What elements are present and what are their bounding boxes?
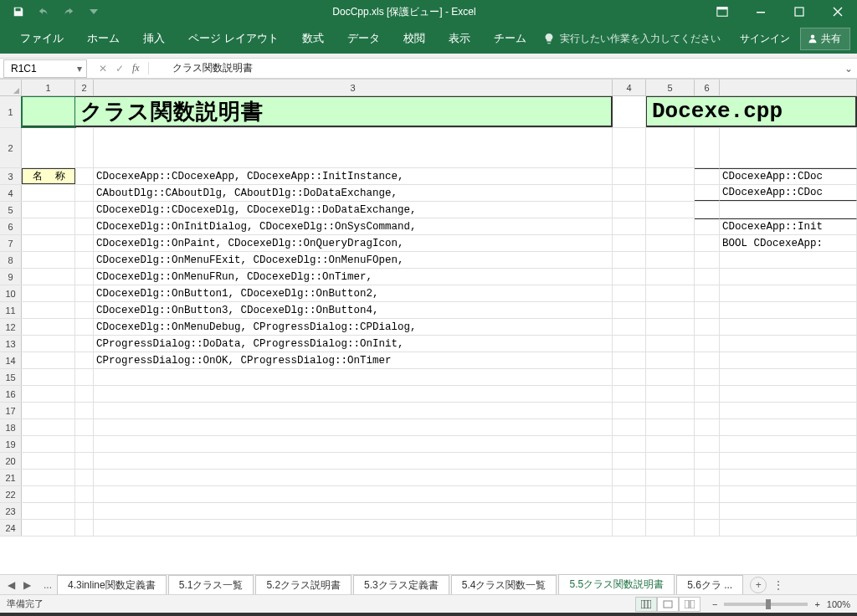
- col-header-4[interactable]: 4: [613, 80, 646, 95]
- row-14: 14 CProgressDialog::OnOK, CProgressDialo…: [0, 352, 857, 369]
- tab-team[interactable]: チーム: [482, 23, 538, 54]
- maximize-button[interactable]: [780, 0, 819, 23]
- row-6: 6 CDocexeDlg::OnInitDialog, CDocexeDlg::…: [0, 218, 857, 235]
- row-17: 17: [0, 403, 857, 419]
- sheet-tab-55[interactable]: 5.5クラス関数説明書: [558, 574, 675, 596]
- cell-r3c3[interactable]: CDocexeApp::CDocexeApp, CDocexeApp::Init…: [94, 168, 613, 184]
- tab-nav-prev-icon[interactable]: ◀: [5, 578, 18, 593]
- sheet-tab-43[interactable]: 4.3inline関数定義書: [57, 575, 167, 595]
- expand-formula-bar-button[interactable]: ⌄: [840, 63, 857, 74]
- cell-title-file[interactable]: Docexe.cpp: [646, 96, 857, 127]
- tab-overflow-button[interactable]: ...: [38, 579, 57, 591]
- sheet-tab-54[interactable]: 5.4クラス関数一覧: [451, 575, 557, 595]
- name-box-dropdown-icon[interactable]: ▾: [73, 63, 86, 74]
- row-10: 10 CDocexeDlg::OnButton1, CDocexeDlg::On…: [0, 285, 857, 302]
- fx-icon[interactable]: fx: [132, 62, 149, 74]
- row-16: 16: [0, 386, 857, 403]
- tab-view[interactable]: 表示: [437, 23, 482, 54]
- tab-strip-menu-button[interactable]: ⋮: [767, 579, 790, 591]
- view-pagelayout-button[interactable]: [657, 597, 679, 612]
- cell-title-main[interactable]: クラス関数説明書: [75, 96, 613, 127]
- select-all-button[interactable]: [0, 80, 22, 95]
- tab-data[interactable]: データ: [336, 23, 392, 54]
- signin-link[interactable]: サインイン: [730, 32, 800, 46]
- col-header-1[interactable]: 1: [22, 80, 75, 95]
- cell-r11c3[interactable]: CDocexeDlg::OnButton3, CDocexeDlg::OnBut…: [94, 302, 613, 318]
- cell-r13c3[interactable]: CProgressDialog::DoData, CProgressDialog…: [94, 336, 613, 352]
- tab-file[interactable]: ファイル: [8, 23, 75, 54]
- sheet-tab-53[interactable]: 5.3クラス定義書: [353, 575, 449, 595]
- cell-r10c3[interactable]: CDocexeDlg::OnButton1, CDocexeDlg::OnBut…: [94, 285, 613, 301]
- name-box[interactable]: R1C1 ▾: [3, 59, 87, 78]
- tab-formulas[interactable]: 数式: [290, 23, 336, 54]
- row-header-2[interactable]: 2: [0, 128, 22, 167]
- cell-r5c3[interactable]: CDocexeDlg::CDocexeDlg, CDocexeDlg::DoDa…: [94, 202, 613, 218]
- row-7: 7 CDocexeDlg::OnPaint, CDocexeDlg::OnQue…: [0, 235, 857, 252]
- zoom-slider[interactable]: [724, 603, 808, 606]
- save-button[interactable]: [7, 0, 30, 23]
- zoom-out-button[interactable]: −: [712, 599, 717, 609]
- cell-r4c7[interactable]: CDocexeApp::CDoc: [720, 185, 857, 201]
- close-button[interactable]: [819, 0, 857, 23]
- tab-nav-next-icon[interactable]: ▶: [21, 578, 33, 593]
- row-22: 22: [0, 486, 857, 503]
- row-5: 5 CDocexeDlg::CDocexeDlg, CDocexeDlg::Do…: [0, 202, 857, 218]
- row-header-3[interactable]: 3: [0, 168, 22, 184]
- tab-insert[interactable]: 挿入: [131, 23, 177, 54]
- cell-r1c4[interactable]: [613, 96, 646, 127]
- view-pagebreak-button[interactable]: [679, 597, 700, 612]
- cell-r14c3[interactable]: CProgressDialog::OnOK, CProgressDialog::…: [94, 352, 613, 368]
- row-11: 11 CDocexeDlg::OnButton3, CDocexeDlg::On…: [0, 302, 857, 319]
- status-bar: 準備完了 − + 100%: [0, 594, 857, 613]
- col-header-3[interactable]: 3: [94, 80, 613, 95]
- cancel-formula-icon[interactable]: ✕: [99, 63, 107, 74]
- cell-r6c7[interactable]: CDocexeApp::Init: [720, 218, 857, 234]
- minimize-button[interactable]: [742, 0, 780, 23]
- col-header-2[interactable]: 2: [75, 80, 94, 95]
- tab-pagelayout[interactable]: ページ レイアウト: [177, 23, 290, 54]
- col-header-5[interactable]: 5: [646, 80, 695, 95]
- window-shadow: [0, 613, 857, 616]
- cell-r12c3[interactable]: CDocexeDlg::OnMenuDebug, CProgressDialog…: [94, 319, 613, 335]
- zoom-level[interactable]: 100%: [827, 599, 850, 609]
- new-sheet-button[interactable]: +: [750, 577, 767, 593]
- row-4: 4 CAboutDlg::CAboutDlg, CAboutDlg::DoDat…: [0, 185, 857, 202]
- cell-r9c3[interactable]: CDocexeDlg::OnMenuFRun, CDocexeDlg::OnTi…: [94, 269, 613, 285]
- redo-button[interactable]: [57, 0, 80, 23]
- row-header-1[interactable]: 1: [0, 96, 22, 127]
- person-icon: [808, 33, 818, 44]
- cell-r6c3[interactable]: CDocexeDlg::OnInitDialog, CDocexeDlg::On…: [94, 218, 613, 234]
- cell-r4c3[interactable]: CAboutDlg::CAboutDlg, CAboutDlg::DoDataE…: [94, 185, 613, 201]
- formula-input[interactable]: クラス関数説明書: [161, 61, 840, 75]
- tab-review[interactable]: 校閲: [392, 23, 437, 54]
- sheet-tab-51[interactable]: 5.1クラス一覧: [168, 575, 254, 595]
- row-9: 9 CDocexeDlg::OnMenuFRun, CDocexeDlg::On…: [0, 269, 857, 285]
- tell-me-search[interactable]: 実行したい作業を入力してください: [543, 32, 721, 46]
- share-button[interactable]: 共有: [800, 28, 850, 50]
- cell-r8c3[interactable]: CDocexeDlg::OnMenuFExit, CDocexeDlg::OnM…: [94, 252, 613, 268]
- sheet-tab-52[interactable]: 5.2クラス説明書: [255, 575, 352, 595]
- ribbon-display-options-button[interactable]: [703, 0, 742, 23]
- cell-r7c7[interactable]: BOOL CDocexeApp:: [720, 235, 857, 251]
- col-header-6[interactable]: 6: [695, 80, 720, 95]
- row-23: 23: [0, 503, 857, 520]
- tab-home[interactable]: ホーム: [75, 23, 131, 54]
- undo-button[interactable]: [32, 0, 55, 23]
- cell-r3c7[interactable]: CDocexeApp::CDoc: [720, 168, 857, 184]
- grid-body[interactable]: 1 クラス関数説明書 Docexe.cpp 2 3 名 称 CDocexeApp…: [0, 96, 857, 574]
- row-15: 15: [0, 369, 857, 386]
- enter-formula-icon[interactable]: ✓: [115, 63, 124, 74]
- view-normal-button[interactable]: [635, 597, 657, 612]
- cell-r7c3[interactable]: CDocexeDlg::OnPaint, CDocexeDlg::OnQuery…: [94, 235, 613, 251]
- svg-rect-1: [717, 8, 727, 10]
- zoom-in-button[interactable]: +: [814, 599, 819, 609]
- cell-label-name[interactable]: 名 称: [22, 168, 75, 184]
- cell-r2c1[interactable]: [22, 128, 75, 167]
- cell-r1c1[interactable]: [22, 96, 75, 127]
- qat-customize-button[interactable]: [82, 0, 105, 23]
- col-header-7[interactable]: [720, 80, 857, 95]
- ribbon-tabs: ファイル ホーム 挿入 ページ レイアウト 数式 データ 校閲 表示 チーム 実…: [0, 23, 857, 54]
- sheet-tab-56[interactable]: 5.6クラ ...: [676, 575, 743, 595]
- formula-bar-buttons: ✕ ✓ fx: [87, 62, 161, 74]
- window-title: DocCpp.xls [保護ビュー] - Excel: [105, 5, 703, 19]
